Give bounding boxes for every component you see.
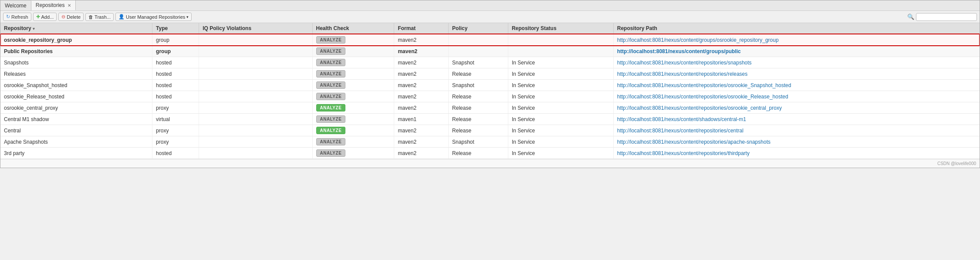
- analyze-button[interactable]: ANALYZE: [316, 138, 346, 145]
- repo-path-link[interactable]: http://localhost:8081/nexus/content/grou…: [617, 37, 779, 43]
- col-type[interactable]: Type: [152, 23, 199, 34]
- search-icon: 🔍: [907, 14, 914, 20]
- close-icon[interactable]: ✕: [68, 3, 71, 8]
- analyze-button[interactable]: ANALYZE: [316, 115, 346, 123]
- cell-repository[interactable]: Central M1 shadow: [0, 114, 152, 125]
- table-row[interactable]: Public RepositoriesgroupANALYZEmaven2htt…: [0, 46, 980, 57]
- cell-health-check[interactable]: ANALYZE: [312, 34, 394, 46]
- delete-label: Delete: [67, 14, 81, 20]
- cell-health-check[interactable]: ANALYZE: [312, 91, 394, 102]
- cell-type: hosted: [152, 91, 199, 102]
- table-row[interactable]: CentralproxyANALYZEmaven2ReleaseIn Servi…: [0, 125, 980, 136]
- cell-repository[interactable]: Central: [0, 125, 152, 136]
- analyze-button[interactable]: ANALYZE: [316, 81, 346, 89]
- cell-repository[interactable]: osrookie_Release_hosted: [0, 91, 152, 102]
- cell-policy: Release: [449, 91, 508, 102]
- cell-policy: Release: [449, 102, 508, 114]
- cell-repository[interactable]: Public Repositories: [0, 46, 152, 57]
- cell-health-check[interactable]: ANALYZE: [312, 114, 394, 125]
- delete-button[interactable]: Delete: [58, 13, 84, 21]
- cell-health-check[interactable]: ANALYZE: [312, 46, 394, 57]
- cell-iq-policy: [199, 114, 312, 125]
- cell-path[interactable]: http://localhost:8081/nexus/content/repo…: [613, 91, 980, 102]
- cell-format: maven2: [394, 34, 449, 46]
- cell-path[interactable]: http://localhost:8081/nexus/content/repo…: [613, 125, 980, 136]
- analyze-button[interactable]: ANALYZE: [316, 127, 346, 134]
- tab-repositories[interactable]: Repositories ✕: [31, 0, 76, 10]
- tab-welcome[interactable]: Welcome: [0, 1, 31, 10]
- cell-path[interactable]: http://localhost:8081/nexus/content/repo…: [613, 148, 980, 159]
- cell-type: hosted: [152, 57, 199, 68]
- table-row[interactable]: osrookie_repository_groupgroupANALYZEmav…: [0, 34, 980, 46]
- cell-path[interactable]: http://localhost:8081/nexus/content/repo…: [613, 68, 980, 80]
- cell-repository[interactable]: osrookie_Snapshot_hosted: [0, 80, 152, 91]
- cell-path[interactable]: http://localhost:8081/nexus/content/grou…: [613, 34, 980, 46]
- cell-repository[interactable]: osrookie_repository_group: [0, 34, 152, 46]
- analyze-button[interactable]: ANALYZE: [316, 36, 346, 44]
- cell-repository[interactable]: 3rd party: [0, 148, 152, 159]
- cell-health-check[interactable]: ANALYZE: [312, 57, 394, 68]
- cell-health-check[interactable]: ANALYZE: [312, 102, 394, 114]
- table-row[interactable]: Central M1 shadowvirtualANALYZEmaven1Rel…: [0, 114, 980, 125]
- repo-path-link[interactable]: http://localhost:8081/nexus/content/repo…: [617, 105, 782, 111]
- add-label: Add...: [41, 14, 54, 20]
- trash-label: Trash...: [95, 14, 111, 20]
- cell-path[interactable]: http://localhost:8081/nexus/content/repo…: [613, 57, 980, 68]
- repo-path-link[interactable]: http://localhost:8081/nexus/content/repo…: [617, 150, 750, 156]
- analyze-button[interactable]: ANALYZE: [316, 70, 346, 78]
- cell-iq-policy: [199, 125, 312, 136]
- col-status[interactable]: Repository Status: [508, 23, 613, 34]
- cell-health-check[interactable]: ANALYZE: [312, 68, 394, 80]
- analyze-button[interactable]: ANALYZE: [316, 93, 346, 100]
- cell-format: maven2: [394, 80, 449, 91]
- analyze-button[interactable]: ANALYZE: [316, 59, 346, 66]
- analyze-button[interactable]: ANALYZE: [316, 47, 346, 55]
- repo-path-link[interactable]: http://localhost:8081/nexus/content/grou…: [617, 48, 741, 54]
- table-row[interactable]: osrookie_Release_hostedhostedANALYZEmave…: [0, 91, 980, 102]
- col-policy[interactable]: Policy: [449, 23, 508, 34]
- col-path[interactable]: Repository Path: [613, 23, 980, 34]
- cell-health-check[interactable]: ANALYZE: [312, 136, 394, 148]
- cell-repository[interactable]: Releases: [0, 68, 152, 80]
- add-button[interactable]: Add...: [33, 13, 57, 21]
- cell-path[interactable]: http://localhost:8081/nexus/content/grou…: [613, 46, 980, 57]
- cell-path[interactable]: http://localhost:8081/nexus/content/repo…: [613, 102, 980, 114]
- cell-path[interactable]: http://localhost:8081/nexus/content/repo…: [613, 136, 980, 148]
- analyze-button[interactable]: ANALYZE: [316, 149, 346, 157]
- user-managed-button[interactable]: User Managed Repositories ▾: [115, 13, 192, 21]
- cell-health-check[interactable]: ANALYZE: [312, 125, 394, 136]
- repo-path-link[interactable]: http://localhost:8081/nexus/content/repo…: [617, 71, 748, 77]
- repo-path-link[interactable]: http://localhost:8081/nexus/content/repo…: [617, 128, 743, 134]
- cell-health-check[interactable]: ANALYZE: [312, 148, 394, 159]
- cell-format: maven2: [394, 148, 449, 159]
- repo-path-link[interactable]: http://localhost:8081/nexus/content/repo…: [617, 82, 791, 88]
- repo-path-link[interactable]: http://localhost:8081/nexus/content/repo…: [617, 139, 770, 145]
- col-iq-policy[interactable]: IQ Policy Violations: [199, 23, 312, 34]
- table-row[interactable]: osrookie_Snapshot_hostedhostedANALYZEmav…: [0, 80, 980, 91]
- repo-path-link[interactable]: http://localhost:8081/nexus/content/repo…: [617, 60, 752, 66]
- cell-type: proxy: [152, 125, 199, 136]
- table-header-row: Repository ▾ Type IQ Policy Violations H…: [0, 23, 980, 34]
- cell-status: In Service: [508, 102, 613, 114]
- search-input[interactable]: [916, 13, 977, 21]
- cell-repository[interactable]: Apache Snapshots: [0, 136, 152, 148]
- col-repository[interactable]: Repository ▾: [0, 23, 152, 34]
- cell-repository[interactable]: osrookie_central_proxy: [0, 102, 152, 114]
- trash-button[interactable]: Trash...: [85, 13, 114, 21]
- cell-health-check[interactable]: ANALYZE: [312, 80, 394, 91]
- table-row[interactable]: Apache SnapshotsproxyANALYZEmaven2Snapsh…: [0, 136, 980, 148]
- repo-path-link[interactable]: http://localhost:8081/nexus/content/shad…: [617, 116, 746, 122]
- col-format[interactable]: Format: [394, 23, 449, 34]
- cell-status: In Service: [508, 80, 613, 91]
- table-row[interactable]: 3rd partyhostedANALYZEmaven2ReleaseIn Se…: [0, 148, 980, 159]
- refresh-button[interactable]: Refresh: [3, 13, 31, 21]
- repo-path-link[interactable]: http://localhost:8081/nexus/content/repo…: [617, 94, 788, 100]
- cell-path[interactable]: http://localhost:8081/nexus/content/repo…: [613, 80, 980, 91]
- analyze-button[interactable]: ANALYZE: [316, 104, 346, 111]
- table-row[interactable]: ReleaseshostedANALYZEmaven2ReleaseIn Ser…: [0, 68, 980, 80]
- cell-path[interactable]: http://localhost:8081/nexus/content/shad…: [613, 114, 980, 125]
- table-row[interactable]: osrookie_central_proxyproxyANALYZEmaven2…: [0, 102, 980, 114]
- cell-repository[interactable]: Snapshots: [0, 57, 152, 68]
- col-health-check[interactable]: Health Check: [312, 23, 394, 34]
- table-row[interactable]: SnapshotshostedANALYZEmaven2SnapshotIn S…: [0, 57, 980, 68]
